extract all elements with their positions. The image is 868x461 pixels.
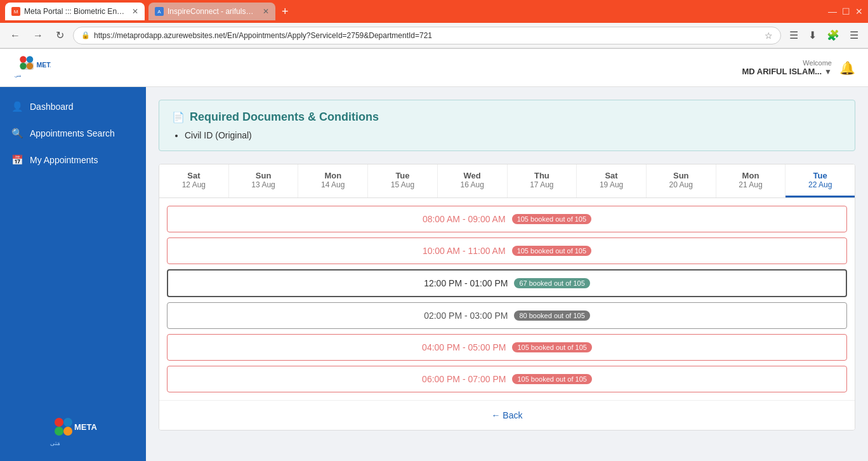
meta-logo: META مَتى [13, 54, 51, 82]
header-right: Welcome MD ARIFUL ISLAM... ▼ 🔔 [742, 59, 855, 76]
browser-tab-2[interactable]: A InspireConnect - arifulsh.com ✕ [148, 3, 275, 20]
date-tab-3[interactable]: Tue 15 Aug [368, 164, 438, 197]
sidebar-nav: 👤 Dashboard 🔍 Appointments Search 📅 My A… [0, 87, 146, 406]
svg-point-8 [63, 418, 72, 427]
dropdown-icon[interactable]: ▼ [824, 67, 832, 76]
minimize-icon[interactable]: — [828, 6, 837, 17]
slot-time-3: 02:00 PM - 03:00 PM [424, 311, 508, 321]
time-slot-1[interactable]: 10:00 AM - 11:00 AM 105 booked out of 10… [167, 237, 847, 264]
user-name: MD ARIFUL ISLAM... ▼ [742, 67, 832, 76]
logo-area: META مَتى [13, 54, 51, 82]
back-area: ← Back [159, 400, 855, 430]
notification-bell-icon[interactable]: 🔔 [839, 60, 855, 76]
address-bar[interactable]: 🔒 https://metaprodapp.azurewebsites.net/… [73, 27, 781, 44]
addon-icon[interactable]: 🧩 [824, 27, 843, 43]
calendar-container: Sat 12 Aug Sun 13 Aug Mon 14 Aug Tue 15 … [159, 164, 855, 431]
tab-favicon-1: M [11, 7, 20, 16]
document-icon: 📄 [172, 111, 185, 123]
browser-tab-1[interactable]: M Meta Portal ::: Biometric Enroll... ✕ [5, 3, 145, 20]
documents-list: Civil ID (Original) [185, 130, 842, 140]
tab-close-2[interactable]: ✕ [263, 7, 269, 16]
slot-time-2: 12:00 PM - 01:00 PM [424, 278, 508, 288]
search-icon: 🔍 [11, 128, 23, 139]
slot-badge-5: 105 booked out of 105 [512, 374, 591, 384]
sidebar-item-dashboard[interactable]: 👤 Dashboard [0, 93, 146, 120]
date-tab-7[interactable]: Sun 20 Aug [647, 164, 716, 197]
sidebar-label-dashboard: Dashboard [30, 102, 74, 112]
date-tab-9[interactable]: Tue 22 Aug [786, 164, 855, 197]
svg-text:مَتى: مَتى [15, 73, 21, 77]
time-slot-3[interactable]: 02:00 PM - 03:00 PM 80 booked out of 105 [167, 302, 847, 329]
menu-icon[interactable]: ☰ [846, 27, 862, 43]
time-slot-2[interactable]: 12:00 PM - 01:00 PM 67 booked out of 105 [167, 269, 847, 297]
slot-badge-2: 67 booked out of 105 [514, 278, 589, 288]
slot-badge-1: 105 booked out of 105 [512, 246, 591, 256]
date-tab-2[interactable]: Mon 14 Aug [298, 164, 368, 197]
welcome-text: Welcome MD ARIFUL ISLAM... ▼ [742, 59, 832, 76]
slot-badge-0: 105 booked out of 105 [512, 214, 591, 224]
slot-badge-3: 80 booked out of 105 [514, 311, 589, 321]
date-tab-5[interactable]: Thu 17 Aug [508, 164, 577, 197]
svg-point-9 [55, 427, 63, 436]
new-tab-button[interactable]: + [282, 5, 289, 18]
date-tab-8[interactable]: Mon 21 Aug [716, 164, 786, 197]
app-body: 👤 Dashboard 🔍 Appointments Search 📅 My A… [0, 87, 868, 461]
sidebar-logo: META مَتى [0, 406, 146, 461]
pocket-icon[interactable]: ☰ [786, 27, 801, 43]
svg-point-1 [27, 56, 34, 63]
svg-rect-4 [20, 62, 34, 70]
sidebar-label-appointments-search: Appointments Search [30, 128, 115, 138]
svg-text:META: META [37, 60, 51, 68]
browser-chrome: M Meta Portal ::: Biometric Enroll... ✕ … [0, 0, 868, 49]
close-icon[interactable]: ✕ [855, 6, 863, 17]
reload-button[interactable]: ↻ [52, 27, 68, 44]
calendar-icon: 📅 [11, 154, 23, 166]
maximize-icon[interactable]: ☐ [842, 6, 850, 17]
tab-close-1[interactable]: ✕ [132, 7, 138, 16]
app-container: META مَتى Welcome MD ARIFUL ISLAM... ▼ 🔔… [0, 49, 868, 461]
slot-time-0: 08:00 AM - 09:00 AM [423, 214, 506, 224]
slot-time-4: 04:00 PM - 05:00 PM [422, 342, 506, 352]
dashboard-icon: 👤 [11, 101, 23, 112]
svg-point-10 [63, 427, 72, 436]
time-slot-0[interactable]: 08:00 AM - 09:00 AM 105 booked out of 10… [167, 206, 847, 232]
slot-time-1: 10:00 AM - 11:00 AM [423, 246, 506, 256]
sidebar-item-my-appointments[interactable]: 📅 My Appointments [0, 147, 146, 173]
browser-navbar: ← → ↻ 🔒 https://metaprodapp.azurewebsite… [0, 23, 868, 48]
browser-topbar: M Meta Portal ::: Biometric Enroll... ✕ … [0, 0, 868, 23]
tab-favicon-2: A [155, 7, 164, 16]
date-tab-0[interactable]: Sat 12 Aug [159, 164, 229, 197]
sidebar-label-my-appointments: My Appointments [30, 155, 98, 165]
welcome-label: Welcome [742, 59, 832, 67]
documents-card: 📄 Required Documents & Conditions Civil … [159, 100, 855, 151]
time-slots: 08:00 AM - 09:00 AM 105 booked out of 10… [159, 198, 855, 400]
slot-time-5: 06:00 PM - 07:00 PM [422, 374, 506, 384]
bookmark-icon[interactable]: ☆ [765, 30, 773, 41]
back-button[interactable]: ← Back [491, 410, 522, 420]
svg-point-7 [55, 418, 63, 427]
sidebar-item-appointments-search[interactable]: 🔍 Appointments Search [0, 120, 146, 147]
sidebar: 👤 Dashboard 🔍 Appointments Search 📅 My A… [0, 87, 146, 461]
document-item-1: Civil ID (Original) [185, 130, 842, 140]
date-tabs: Sat 12 Aug Sun 13 Aug Mon 14 Aug Tue 15 … [159, 164, 855, 198]
download-icon[interactable]: ⬇ [805, 27, 820, 43]
time-slot-5[interactable]: 06:00 PM - 07:00 PM 105 booked out of 10… [167, 366, 847, 392]
browser-nav-icons: ☰ ⬇ 🧩 ☰ [786, 27, 862, 43]
date-tab-1[interactable]: Sun 13 Aug [229, 164, 299, 197]
time-slot-4[interactable]: 04:00 PM - 05:00 PM 105 booked out of 10… [167, 334, 847, 361]
back-nav-button[interactable]: ← [6, 27, 24, 44]
date-tab-6[interactable]: Sat 19 Aug [577, 164, 647, 197]
forward-nav-button[interactable]: → [29, 27, 47, 44]
date-tab-4[interactable]: Wed 16 Aug [438, 164, 508, 197]
main-content: 📄 Required Documents & Conditions Civil … [146, 87, 868, 461]
svg-text:مَتى: مَتى [50, 440, 60, 446]
url-text: https://metaprodapp.azurewebsites.net/En… [94, 31, 761, 40]
tab-label-1: Meta Portal ::: Biometric Enroll... [24, 7, 126, 16]
tab-label-2: InspireConnect - arifulsh.com [168, 7, 256, 16]
window-controls: — ☐ ✕ [828, 6, 863, 17]
svg-text:META: META [74, 422, 97, 432]
app-header: META مَتى Welcome MD ARIFUL ISLAM... ▼ 🔔 [0, 49, 868, 87]
svg-point-0 [20, 56, 27, 63]
slot-badge-4: 105 booked out of 105 [512, 342, 591, 352]
documents-title: 📄 Required Documents & Conditions [172, 110, 842, 124]
